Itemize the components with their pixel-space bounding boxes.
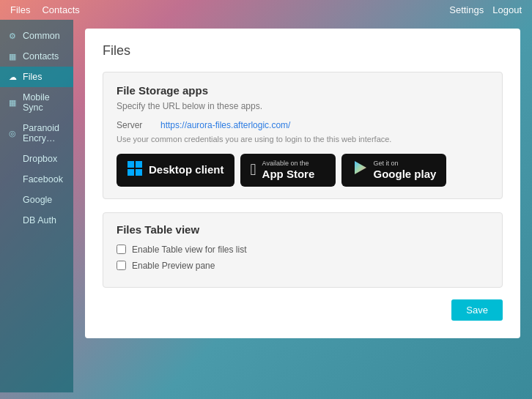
credentials-note: Use your common credentials you are usin… xyxy=(117,135,489,143)
sidebar-label-common: Common xyxy=(23,31,60,41)
top-nav-left: Files Contacts xyxy=(10,4,80,15)
sidebar-item-mobile-sync[interactable]: ▦ Mobile Sync xyxy=(0,87,73,118)
save-button[interactable]: Save xyxy=(451,299,503,321)
sidebar-item-dropbox[interactable]: Dropbox xyxy=(0,149,73,169)
apple-icon:  xyxy=(251,160,256,179)
googleplay-btn-top: Get it on xyxy=(374,160,437,168)
google-play-icon xyxy=(352,160,368,180)
sidebar-label-files: Files xyxy=(23,72,42,82)
appstore-btn-main: App Store xyxy=(262,168,315,181)
googleplay-btn-text: Get it on Google play xyxy=(374,160,437,181)
sidebar-label-facebook: Facebook xyxy=(23,174,63,184)
svg-rect-3 xyxy=(136,169,142,176)
paranoid-icon: ◎ xyxy=(7,128,18,138)
sidebar: ⚙ Common ▦ Contacts ☁ Files ▦ Mobile Syn… xyxy=(0,20,73,392)
contacts-icon: ▦ xyxy=(7,51,18,61)
sidebar-item-contacts[interactable]: ▦ Contacts xyxy=(0,46,73,67)
server-label: Server xyxy=(117,120,149,130)
checkbox-row-preview-pane: Enable Preview pane xyxy=(117,261,489,271)
svg-marker-4 xyxy=(355,161,366,174)
sidebar-item-paranoid[interactable]: ◎ Paranoid Encry… xyxy=(0,118,73,149)
file-storage-section: File Storage apps Specify the URL below … xyxy=(103,72,503,199)
desktop-client-button[interactable]: Desktop client xyxy=(117,154,234,187)
page-title: Files xyxy=(103,43,503,59)
main-layout: ⚙ Common ▦ Contacts ☁ Files ▦ Mobile Syn… xyxy=(0,20,532,392)
storage-section-title: File Storage apps xyxy=(117,84,489,97)
table-view-section: Files Table view Enable Table view for f… xyxy=(103,212,503,288)
storage-section-subtitle: Specify the URL below in these apps. xyxy=(117,101,489,111)
app-buttons: Desktop client  Available on the App St… xyxy=(117,154,489,187)
dropbox-icon xyxy=(7,154,18,164)
gear-icon: ⚙ xyxy=(7,31,18,41)
server-url: https://aurora-files.afterlogic.com/ xyxy=(160,120,290,130)
enable-preview-pane-checkbox[interactable] xyxy=(117,261,126,270)
save-row: Save xyxy=(103,299,503,321)
nav-logout[interactable]: Logout xyxy=(492,4,522,15)
enable-table-view-checkbox[interactable] xyxy=(117,245,126,254)
checkbox-row-table-view: Enable Table view for files list xyxy=(117,245,489,255)
enable-preview-pane-label: Enable Preview pane xyxy=(132,261,215,271)
nav-contacts[interactable]: Contacts xyxy=(42,4,79,15)
top-navigation: Files Contacts Settings Logout xyxy=(0,0,532,20)
sidebar-label-dropbox: Dropbox xyxy=(23,154,57,164)
sidebar-label-mobile-sync: Mobile Sync xyxy=(23,92,66,113)
sidebar-item-files[interactable]: ☁ Files xyxy=(0,67,73,87)
sidebar-label-paranoid: Paranoid Encry… xyxy=(23,123,66,143)
desktop-btn-main: Desktop client xyxy=(149,163,224,176)
google-play-button[interactable]: Get it on Google play xyxy=(341,154,447,187)
svg-rect-0 xyxy=(128,161,134,168)
sidebar-label-contacts: Contacts xyxy=(23,51,59,61)
top-nav-right: Settings Logout xyxy=(449,4,522,15)
svg-rect-1 xyxy=(136,161,142,168)
content-card: Files File Storage apps Specify the URL … xyxy=(85,29,520,338)
appstore-btn-top: Available on the xyxy=(262,160,315,168)
appstore-btn-text: Available on the App Store xyxy=(262,160,315,181)
googleplay-btn-main: Google play xyxy=(374,168,437,181)
sidebar-item-facebook[interactable]: Facebook xyxy=(0,169,73,190)
sidebar-label-google: Google xyxy=(23,195,52,205)
app-store-button[interactable]:  Available on the App Store xyxy=(240,154,336,187)
windows-icon xyxy=(127,160,143,180)
facebook-icon xyxy=(7,174,18,184)
sidebar-item-google[interactable]: Google xyxy=(0,190,73,210)
main-content: Files File Storage apps Specify the URL … xyxy=(73,20,532,392)
nav-settings[interactable]: Settings xyxy=(449,4,484,15)
server-row: Server https://aurora-files.afterlogic.c… xyxy=(117,120,489,130)
sidebar-item-common[interactable]: ⚙ Common xyxy=(0,26,73,46)
cloud-icon: ☁ xyxy=(7,72,18,82)
mobile-icon: ▦ xyxy=(7,97,18,108)
sidebar-label-db-auth: DB Auth xyxy=(23,215,56,225)
table-view-title: Files Table view xyxy=(117,223,489,236)
sidebar-item-db-auth[interactable]: DB Auth xyxy=(0,210,73,231)
db-icon xyxy=(7,215,18,225)
enable-table-view-label: Enable Table view for files list xyxy=(132,245,247,255)
desktop-btn-text: Desktop client xyxy=(149,163,224,176)
google-icon xyxy=(7,195,18,205)
svg-rect-2 xyxy=(128,169,134,176)
nav-files[interactable]: Files xyxy=(10,4,30,15)
